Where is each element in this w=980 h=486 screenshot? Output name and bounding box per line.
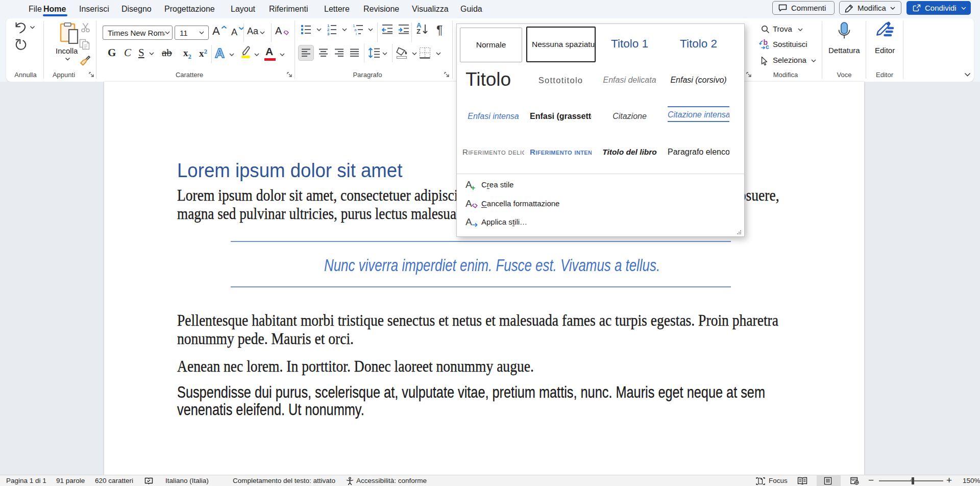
svg-text:3: 3 (327, 32, 330, 36)
svg-text:i: i (356, 32, 357, 36)
svg-text:c: c (766, 43, 769, 50)
